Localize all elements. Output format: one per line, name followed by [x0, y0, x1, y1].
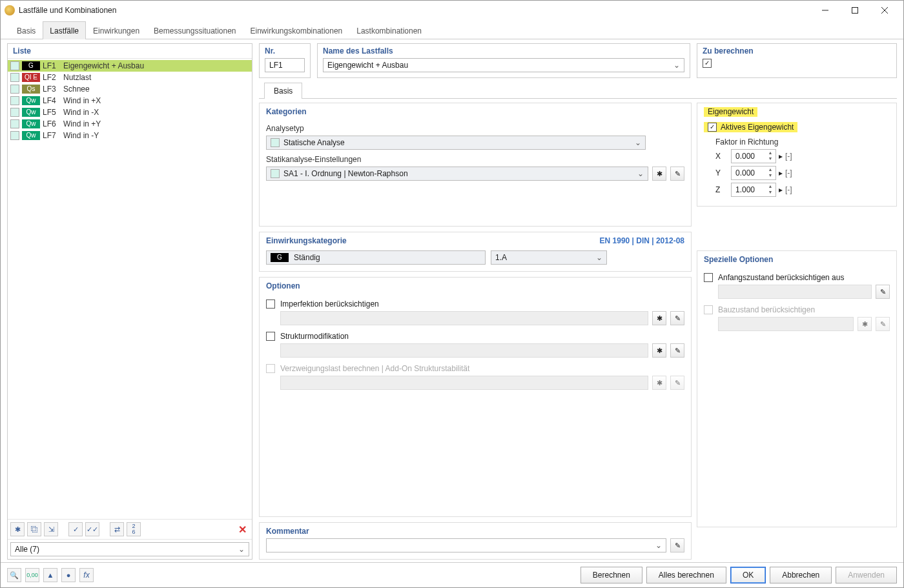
lf-number: LF3: [43, 85, 61, 94]
alles-berechnen-button[interactable]: Alles berechnen: [646, 567, 726, 583]
tab-lastkombinationen[interactable]: Lastkombinationen: [349, 21, 429, 39]
eigengewicht-header: Eigengewicht: [704, 107, 757, 117]
titlebar: Lastfälle und Kombinationen: [1, 1, 903, 20]
units-icon[interactable]: 0,00: [25, 568, 39, 582]
lf-name: Schnee: [63, 85, 249, 94]
function-icon[interactable]: fx: [79, 568, 94, 582]
aktiv-eigengewicht-checkbox[interactable]: [708, 123, 717, 132]
spinner-up-icon[interactable]: ▲: [766, 150, 774, 156]
anfang-label: Anfangszustand berücksichtigen aus: [718, 273, 844, 282]
kommentar-header: Kommentar: [266, 527, 684, 538]
factor-z-input[interactable]: 1.000▲▼: [731, 183, 776, 197]
spinner-up-icon[interactable]: ▲: [766, 167, 774, 173]
imperfektion-combo: [280, 311, 648, 325]
chevron-down-icon: ⌄: [637, 169, 644, 178]
filter-value: Alle (7): [15, 545, 39, 554]
nr-field[interactable]: LF1: [265, 58, 305, 72]
kommentar-edit-icon[interactable]: ✎: [670, 538, 684, 553]
swatch-icon: [271, 138, 280, 147]
tab-einwirkungen[interactable]: Einwirkungen: [86, 21, 147, 39]
swatch-icon: [271, 169, 280, 178]
lf-name: Eigengewicht + Ausbau: [63, 61, 249, 70]
dot-icon[interactable]: ●: [61, 568, 76, 582]
imperfektion-checkbox[interactable]: [266, 299, 275, 309]
list-item[interactable]: QI ELF2Nutzlast: [8, 72, 252, 83]
spinner-down-icon[interactable]: ▼: [766, 190, 774, 196]
struktur-checkbox[interactable]: [266, 332, 275, 341]
chevron-down-icon: ⌄: [635, 138, 641, 147]
axis-z-label: Z: [715, 185, 724, 194]
swatch-icon: [10, 61, 19, 70]
list-item[interactable]: QwLF6Wind in +Y: [8, 118, 252, 130]
edit-icon: ✎: [670, 376, 684, 390]
spinner-down-icon[interactable]: ▼: [766, 173, 774, 179]
new-icon[interactable]: ✱: [10, 522, 25, 536]
edit-icon[interactable]: ✎: [876, 285, 890, 299]
einwirkung-cat-combo[interactable]: G Ständig: [266, 250, 486, 265]
lf-number: LF6: [43, 119, 61, 128]
name-label: Name des Lastfalls: [323, 46, 684, 56]
model-icon[interactable]: ▲: [43, 568, 57, 582]
list-header: Liste: [8, 44, 252, 59]
chevron-down-icon: ⌄: [596, 253, 602, 262]
bau-combo: [718, 317, 854, 331]
subtab-basis[interactable]: Basis: [264, 83, 302, 99]
tab-einwirkungskombinationen[interactable]: Einwirkungskombinationen: [243, 21, 350, 39]
list-item[interactable]: QwLF4Wind in +X: [8, 95, 252, 106]
delete-icon[interactable]: ✕: [235, 522, 249, 536]
swatch-icon: [10, 131, 19, 140]
new-icon[interactable]: ✱: [652, 343, 666, 358]
struktur-combo: [280, 343, 648, 358]
play-icon[interactable]: ▸: [779, 185, 783, 194]
main-tabs: BasisLastfälleEinwirkungenBemessungssitu…: [1, 20, 903, 39]
play-icon[interactable]: ▸: [779, 152, 783, 161]
lf-number: LF7: [43, 131, 61, 140]
berechnen-button[interactable]: Berechnen: [580, 567, 642, 583]
close-button[interactable]: [870, 1, 899, 20]
new-icon[interactable]: ✱: [652, 311, 666, 325]
category-tag: QI E: [22, 73, 40, 82]
renumber-icon[interactable]: 26: [127, 522, 141, 536]
edit-settings-icon[interactable]: ✎: [670, 167, 684, 181]
check-all-icon[interactable]: ✓✓: [85, 522, 99, 536]
verzweig-combo: [280, 376, 648, 390]
copy-icon[interactable]: ⿻: [27, 522, 41, 536]
edit-icon[interactable]: ✎: [670, 343, 684, 358]
new-settings-icon[interactable]: ✱: [652, 167, 666, 181]
list-item[interactable]: QsLF3Schnee: [8, 83, 252, 95]
spinner-up-icon[interactable]: ▲: [766, 184, 774, 190]
import-icon[interactable]: ⇲: [44, 522, 58, 536]
play-icon[interactable]: ▸: [779, 168, 783, 177]
list-item[interactable]: QwLF5Wind in -X: [8, 106, 252, 118]
check-icon[interactable]: ✓: [68, 522, 83, 536]
factor-x-input[interactable]: 0.000▲▼: [731, 149, 776, 163]
minimize-button[interactable]: [810, 1, 840, 20]
swap-icon[interactable]: ⇄: [110, 522, 124, 536]
analysetyp-combo[interactable]: Statische Analyse ⌄: [266, 136, 646, 150]
abbrechen-button[interactable]: Abbrechen: [770, 567, 832, 583]
help-icon[interactable]: 🔍: [7, 568, 21, 582]
tab-bemessungssituationen[interactable]: Bemessungssituationen: [147, 21, 243, 39]
einwirkung-code-combo[interactable]: 1.A ⌄: [491, 250, 607, 265]
lf-number: LF2: [43, 73, 61, 82]
analysetyp-label: Analysetyp: [266, 124, 684, 133]
calc-checkbox[interactable]: [703, 59, 712, 68]
anfang-checkbox[interactable]: [704, 273, 713, 282]
tab-lastfälle[interactable]: Lastfälle: [43, 21, 86, 39]
name-combo[interactable]: Eigengewicht + Ausbau ⌄: [323, 58, 684, 72]
filter-combo[interactable]: Alle (7) ⌄: [10, 542, 249, 556]
statik-combo[interactable]: SA1 - I. Ordnung | Newton-Raphson ⌄: [266, 167, 648, 181]
list-item[interactable]: QwLF7Wind in -Y: [8, 130, 252, 141]
kommentar-combo[interactable]: ⌄: [266, 538, 666, 553]
factor-y-input[interactable]: 0.000▲▼: [731, 166, 776, 180]
bau-checkbox: [704, 305, 713, 314]
axis-x-label: X: [715, 152, 724, 161]
edit-icon[interactable]: ✎: [670, 311, 684, 325]
spinner-down-icon[interactable]: ▼: [766, 156, 774, 162]
chevron-down-icon: ⌄: [238, 545, 245, 554]
tab-basis[interactable]: Basis: [10, 21, 43, 39]
list-item[interactable]: GLF1Eigengewicht + Ausbau: [8, 60, 252, 72]
category-tag: Qw: [22, 119, 40, 128]
ok-button[interactable]: OK: [730, 567, 766, 583]
maximize-button[interactable]: [840, 1, 870, 20]
